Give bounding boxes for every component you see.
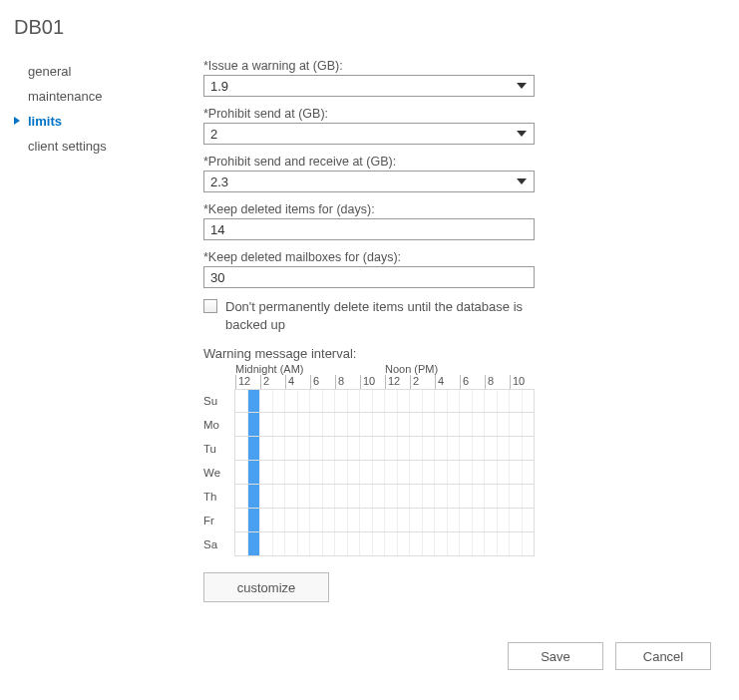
schedule-cell[interactable] [322, 532, 335, 555]
schedule-cell[interactable] [347, 413, 360, 436]
schedule-cell[interactable] [347, 461, 360, 484]
schedule-cell[interactable] [484, 509, 497, 531]
keep-mailboxes-input[interactable] [203, 266, 535, 288]
schedule-cell[interactable] [397, 390, 410, 412]
sidebar-item-general[interactable]: general [14, 59, 154, 84]
schedule-cell[interactable] [522, 485, 535, 508]
schedule-cell[interactable] [272, 390, 285, 412]
schedule-cell[interactable] [372, 461, 385, 484]
schedule-cell[interactable] [484, 532, 497, 555]
schedule-cell[interactable] [447, 413, 460, 436]
schedule-cell[interactable] [247, 413, 260, 436]
schedule-cell[interactable] [309, 413, 322, 436]
schedule-cell[interactable] [284, 532, 297, 555]
schedule-cell[interactable] [447, 532, 460, 555]
schedule-cell[interactable] [272, 461, 285, 484]
schedule-cell[interactable] [409, 461, 422, 484]
schedule-cell[interactable] [284, 485, 297, 508]
schedule-cell[interactable] [497, 390, 510, 412]
schedule-cell[interactable] [372, 437, 385, 460]
schedule-cell[interactable] [422, 461, 435, 484]
schedule-cell[interactable] [409, 390, 422, 412]
schedule-cell[interactable] [509, 437, 522, 460]
schedule-cell[interactable] [359, 413, 372, 436]
schedule-cell[interactable] [447, 485, 460, 508]
schedule-cell[interactable] [372, 413, 385, 436]
schedule-cell[interactable] [334, 437, 347, 460]
schedule-cell[interactable] [509, 461, 522, 484]
schedule-cell[interactable] [284, 390, 297, 412]
schedule-cell[interactable] [272, 437, 285, 460]
schedule-cell[interactable] [522, 390, 535, 412]
schedule-cell[interactable] [397, 413, 410, 436]
schedule-cell[interactable] [484, 461, 497, 484]
schedule-cell[interactable] [397, 461, 410, 484]
schedule-cell[interactable] [272, 485, 285, 508]
schedule-cell[interactable] [397, 532, 410, 555]
schedule-cell[interactable] [497, 437, 510, 460]
schedule-cell[interactable] [359, 461, 372, 484]
dont-delete-checkbox[interactable] [203, 299, 217, 313]
schedule-cell[interactable] [497, 532, 510, 555]
schedule-cell[interactable] [322, 437, 335, 460]
schedule-cell[interactable] [372, 390, 385, 412]
schedule-cell[interactable] [447, 509, 460, 531]
schedule-cell[interactable] [409, 485, 422, 508]
schedule-cell[interactable] [334, 532, 347, 555]
schedule-cell[interactable] [322, 413, 335, 436]
keep-items-input[interactable] [203, 218, 535, 240]
schedule-cell[interactable] [322, 509, 335, 531]
sidebar-item-maintenance[interactable]: maintenance [14, 84, 154, 109]
schedule-cell[interactable] [359, 437, 372, 460]
customize-button[interactable]: customize [203, 572, 329, 602]
schedule-cell[interactable] [484, 485, 497, 508]
warning-select[interactable] [203, 75, 535, 97]
schedule-cell[interactable] [497, 461, 510, 484]
schedule-cell[interactable] [234, 485, 247, 508]
schedule-cell[interactable] [434, 461, 447, 484]
schedule-cell[interactable] [334, 485, 347, 508]
schedule-cell[interactable] [409, 509, 422, 531]
schedule-cell[interactable] [434, 485, 447, 508]
schedule-cell[interactable] [234, 437, 247, 460]
schedule-cell[interactable] [247, 437, 260, 460]
schedule-cell[interactable] [334, 390, 347, 412]
schedule-cell[interactable] [297, 532, 310, 555]
schedule-cell[interactable] [347, 485, 360, 508]
schedule-cell[interactable] [459, 413, 472, 436]
schedule-cell[interactable] [484, 437, 497, 460]
schedule-cell[interactable] [484, 390, 497, 412]
schedule-cell[interactable] [372, 532, 385, 555]
schedule-cell[interactable] [309, 461, 322, 484]
schedule-cell[interactable] [459, 390, 472, 412]
schedule-cell[interactable] [234, 509, 247, 531]
schedule-cell[interactable] [247, 461, 260, 484]
schedule-cell[interactable] [509, 390, 522, 412]
schedule-cell[interactable] [434, 437, 447, 460]
schedule-cell[interactable] [247, 532, 260, 555]
schedule-cell[interactable] [472, 509, 485, 531]
schedule-cell[interactable] [322, 390, 335, 412]
schedule-cell[interactable] [234, 413, 247, 436]
schedule-cell[interactable] [284, 413, 297, 436]
schedule-cell[interactable] [459, 509, 472, 531]
schedule-cell[interactable] [434, 532, 447, 555]
schedule-cell[interactable] [234, 532, 247, 555]
schedule-cell[interactable] [497, 509, 510, 531]
schedule-cell[interactable] [384, 532, 397, 555]
schedule-cell[interactable] [447, 461, 460, 484]
schedule-cell[interactable] [247, 509, 260, 531]
schedule-cell[interactable] [447, 437, 460, 460]
schedule-cell[interactable] [447, 390, 460, 412]
schedule-cell[interactable] [334, 509, 347, 531]
schedule-cell[interactable] [384, 390, 397, 412]
schedule-cell[interactable] [259, 413, 272, 436]
prohibit-send-select[interactable] [203, 123, 535, 145]
schedule-cell[interactable] [397, 437, 410, 460]
schedule-cell[interactable] [359, 532, 372, 555]
schedule-cell[interactable] [297, 390, 310, 412]
schedule-cell[interactable] [247, 485, 260, 508]
schedule-cell[interactable] [434, 509, 447, 531]
save-button[interactable]: Save [508, 642, 603, 670]
schedule-cell[interactable] [472, 532, 485, 555]
